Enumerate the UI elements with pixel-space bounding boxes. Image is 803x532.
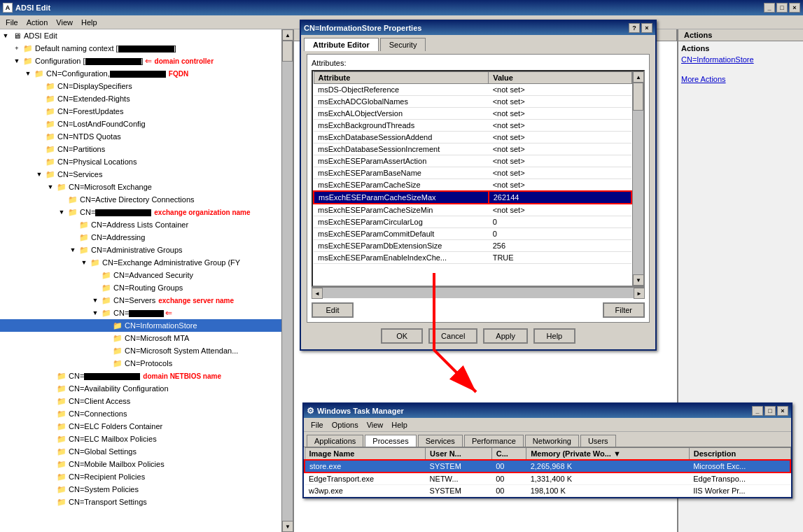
more-actions-link[interactable]: More Actions: [681, 75, 800, 83]
taskman-menu-view[interactable]: View: [363, 419, 388, 430]
menu-help[interactable]: Help: [77, 17, 102, 28]
tree-item-domainnetbios[interactable]: 📁 CN= domain NETBIOS name: [0, 370, 281, 382]
expand-mobilemailbox[interactable]: [45, 458, 56, 470]
expand-domainnetbios[interactable]: [45, 370, 56, 382]
expand-connections[interactable]: [45, 408, 56, 419]
tab-attribute-editor[interactable]: Attribute Editor: [304, 38, 379, 51]
expand-microsoftsystem[interactable]: [101, 345, 112, 356]
tree-item-globalsettings[interactable]: 📁 CN=Global Settings: [0, 445, 281, 458]
expand-ntdsquotas[interactable]: [34, 131, 45, 142]
expand-advsecurity[interactable]: [90, 270, 101, 281]
actions-context-item[interactable]: CN=InformationStore: [681, 55, 800, 64]
attrs-scroll-up[interactable]: ▲: [633, 71, 644, 83]
scroll-up-btn[interactable]: ▲: [282, 29, 293, 41]
tree-item-advsecurity[interactable]: 📁 CN=Advanced Security: [0, 269, 281, 281]
tree-item-addresslists[interactable]: 📁 CN=Address Lists Container: [0, 218, 281, 231]
attrs-vscrollbar[interactable]: ▲ ▼: [632, 71, 643, 286]
process-row[interactable]: EdgeTransport.exeNETW...001,331,400 KEdg…: [305, 472, 790, 485]
tree-item-configuration[interactable]: ▼ 📁 Configuration [] ⇐ domain controller: [0, 55, 281, 67]
tree-vscrollbar[interactable]: ▲ ▼: [281, 29, 293, 532]
expand-extendedrights[interactable]: [34, 93, 45, 104]
process-row[interactable]: store.exeSYSTEM002,265,968 KMicrosoft Ex…: [305, 460, 790, 472]
tree-item-recipientpolicies[interactable]: 📁 CN=Recipient Policies: [0, 470, 281, 483]
attr-row[interactable]: msExchESEParamDbExtensionSize256: [314, 240, 631, 252]
expand-addressing[interactable]: [67, 232, 78, 243]
expand-protocols[interactable]: [101, 358, 112, 369]
help-button[interactable]: Help: [533, 328, 575, 344]
tree-item-transportsettings[interactable]: 📁 CN=Transport Settings: [0, 496, 281, 508]
apply-button[interactable]: Apply: [483, 328, 528, 344]
tab-security[interactable]: Security: [380, 38, 426, 51]
tree-item-elcfolders[interactable]: 📁 CN=ELC Folders Container: [0, 420, 281, 433]
expand-exchorg[interactable]: ▼: [56, 206, 67, 218]
tree-item-informationstore[interactable]: 📁 CN=InformationStore: [0, 319, 281, 332]
tree-item-clientaccess[interactable]: 📁 CN=Client Access: [0, 395, 281, 407]
tree-item-availconfig[interactable]: 📁 CN=Availability Configuration: [0, 382, 281, 395]
tree-item-partitions[interactable]: 📁 CN=Partitions: [0, 143, 281, 155]
filter-button[interactable]: Filter: [603, 302, 645, 318]
expand-servers[interactable]: ▼: [90, 295, 101, 306]
attr-row[interactable]: msExchADCGlobalNames<not set>: [314, 96, 631, 108]
tree-item-ntdsquotas[interactable]: 📁 CN=NTDS Quotas: [0, 130, 281, 143]
taskman-tab-processes[interactable]: Processes: [365, 435, 416, 447]
taskman-close-btn[interactable]: ×: [777, 406, 788, 416]
expand-availconfig[interactable]: [45, 383, 56, 394]
tree-item-exchag[interactable]: ▼ 📁 CN=Exchange Administrative Group (FY: [0, 256, 281, 269]
taskman-tab-users[interactable]: Users: [580, 435, 616, 447]
hscroll-right-btn[interactable]: ►: [634, 288, 645, 299]
expand-partitions[interactable]: [34, 144, 45, 155]
menu-file[interactable]: File: [1, 17, 22, 28]
taskman-tab-services[interactable]: Services: [418, 435, 463, 447]
expand-systempolicies[interactable]: [45, 484, 56, 495]
expand-elcfolders[interactable]: [45, 421, 56, 432]
expand-exchag[interactable]: ▼: [78, 257, 90, 268]
scroll-track[interactable]: [282, 41, 293, 521]
attr-row[interactable]: msExchESEParamCommitDefault0: [314, 228, 631, 240]
ok-button[interactable]: OK: [381, 328, 423, 344]
attrs-scroll-track[interactable]: [633, 83, 643, 274]
attrs-scroll-thumb[interactable]: [633, 83, 643, 111]
attr-row[interactable]: msExchESEParamCacheSizeMin<not set>: [314, 204, 631, 216]
taskman-maximize-btn[interactable]: □: [764, 406, 776, 416]
tree-item-admingroups[interactable]: ▼ 📁 CN=Administrative Groups: [0, 244, 281, 256]
tree-item-routinggroups[interactable]: 📁 CN=Routing Groups: [0, 281, 281, 294]
maximize-button[interactable]: □: [776, 3, 788, 13]
attr-row[interactable]: msExchESEParamAssertAction<not set>: [314, 155, 631, 167]
tree-item-servers[interactable]: ▼ 📁 CN=Servers exchange server name: [0, 294, 281, 307]
expand-physicallocations[interactable]: [34, 156, 45, 167]
tree-item-extendedrights[interactable]: 📁 CN=Extended-Rights: [0, 92, 281, 105]
tree-scroll[interactable]: ▼ 🖥 ADSI Edit + 📁 Default naming context…: [0, 29, 281, 518]
tree-item-cn-configuration[interactable]: ▼ 📁 CN=Configuration, FQDN: [0, 67, 281, 80]
tree-item-microsoftsystem[interactable]: 📁 CN=Microsoft System Attendan...: [0, 344, 281, 357]
attr-row[interactable]: msExchESEParamCacheSize<not set>: [314, 179, 631, 192]
attrs-scroll-area[interactable]: Attribute Value msDS-ObjectReference<not…: [313, 71, 632, 286]
tree-item-exchorg[interactable]: ▼ 📁 CN= exchange organization name: [0, 206, 281, 218]
tree-item-msexchange[interactable]: ▼ 📁 CN=Microsoft Exchange: [0, 181, 281, 193]
taskman-menu-options[interactable]: Options: [328, 419, 363, 430]
attr-row[interactable]: msExchBackgroundThreads<not set>: [314, 120, 631, 132]
expand-addresslists[interactable]: [67, 219, 78, 230]
expand-server[interactable]: ▼: [90, 307, 101, 318]
taskman-minimize-btn[interactable]: _: [752, 406, 763, 416]
tree-item-connections[interactable]: 📁 CN=Connections: [0, 407, 281, 420]
tree-item-physicallocations[interactable]: 📁 CN=Physical Locations: [0, 155, 281, 168]
attr-row[interactable]: msDS-ObjectReference<not set>: [314, 84, 631, 96]
attrs-hscrollbar[interactable]: ◄ ►: [312, 287, 645, 298]
tree-item-default-naming[interactable]: + 📁 Default naming context []: [0, 42, 281, 55]
tree-item-elcmailbox[interactable]: 📁 CN=ELC Mailbox Policies: [0, 433, 281, 445]
expand-adsi-root[interactable]: ▼: [0, 30, 11, 41]
expand-activedir[interactable]: [56, 194, 67, 205]
edit-button[interactable]: Edit: [312, 302, 354, 318]
taskman-tab-networking[interactable]: Networking: [525, 435, 579, 447]
attr-row[interactable]: msExchDatabaseSessionAddend<not set>: [314, 132, 631, 144]
expand-cn-configuration[interactable]: ▼: [22, 68, 34, 79]
expand-clientaccess[interactable]: [45, 396, 56, 407]
attr-row[interactable]: msExchESEParamCacheSizeMax262144: [314, 191, 631, 204]
taskman-tab-applications[interactable]: Applications: [307, 435, 363, 447]
expand-default[interactable]: +: [11, 43, 22, 54]
expand-microsoftmta[interactable]: [101, 332, 112, 344]
tree-item-lostandfound[interactable]: 📁 CN=LostAndFoundConfig: [0, 118, 281, 130]
dialog-close-btn[interactable]: ×: [641, 23, 652, 33]
scroll-down-btn[interactable]: ▼: [282, 521, 293, 532]
hscroll-track[interactable]: [323, 288, 634, 298]
